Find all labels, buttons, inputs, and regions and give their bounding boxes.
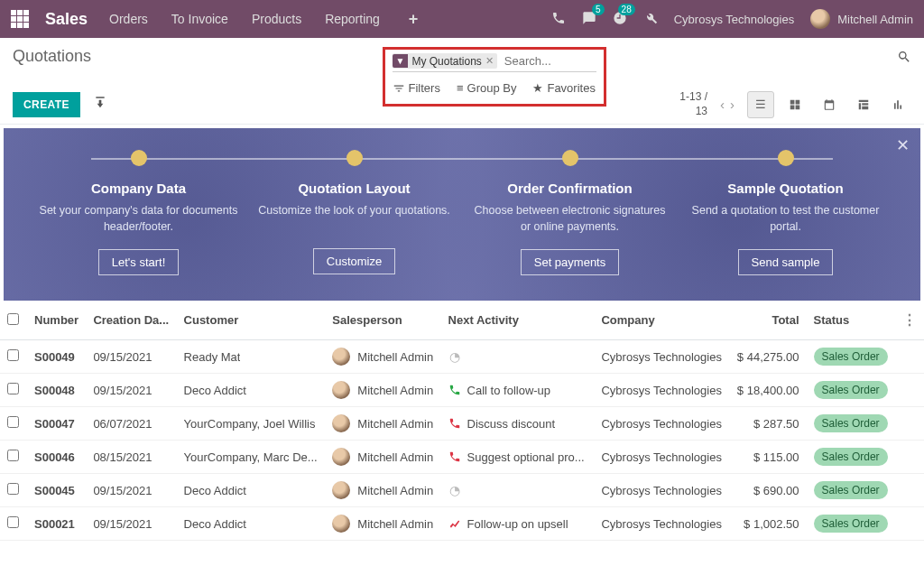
menu-new-icon[interactable]: + (409, 10, 419, 29)
row-checkbox[interactable] (7, 450, 19, 461)
column-options-icon[interactable]: ⋮ (902, 312, 917, 328)
messages-icon[interactable]: 5 (582, 11, 596, 28)
row-checkbox[interactable] (7, 349, 19, 361)
download-icon[interactable] (93, 96, 107, 113)
main-menu: Orders To Invoice Products Reporting + (109, 10, 418, 29)
phone-icon[interactable] (551, 11, 566, 28)
avatar-icon (332, 515, 350, 533)
facet-remove-icon[interactable]: ✕ (485, 55, 494, 67)
cell-salesperson: Mitchell Admin (325, 340, 440, 374)
cell-status: Sales Order (807, 474, 895, 507)
apps-icon[interactable] (11, 10, 32, 28)
col-total[interactable]: Total (730, 301, 807, 340)
pager-prev-icon[interactable]: ‹ (720, 97, 725, 112)
avatar-icon (332, 348, 350, 366)
step-action-button[interactable]: Set payments (521, 249, 620, 275)
cell-date: 09/15/2021 (86, 474, 176, 507)
top-nav: Sales Orders To Invoice Products Reporti… (0, 0, 924, 38)
pager[interactable]: 1-13 / 13 (679, 90, 707, 118)
phone-icon[interactable] (448, 384, 461, 396)
onboarding-banner: ✕ Company Data Set your company's data f… (4, 128, 920, 301)
col-company[interactable]: Company (594, 301, 729, 340)
tools-icon[interactable] (643, 11, 658, 28)
row-checkbox[interactable] (7, 383, 19, 394)
row-checkbox[interactable] (7, 516, 19, 528)
close-icon[interactable]: ✕ (896, 135, 910, 155)
avatar-icon (810, 9, 830, 29)
avatar-icon (332, 481, 350, 499)
search-icon[interactable] (897, 47, 911, 68)
menu-orders[interactable]: Orders (109, 12, 148, 26)
menu-products[interactable]: Products (252, 12, 301, 26)
col-customer[interactable]: Customer (177, 301, 326, 340)
status-badge: Sales Order (814, 481, 888, 499)
select-all-checkbox[interactable] (7, 313, 19, 325)
pager-next-icon[interactable]: › (730, 97, 735, 112)
cell-customer: Deco Addict (177, 507, 326, 541)
avatar-icon (332, 414, 350, 432)
table-row[interactable]: S00049 09/15/2021 Ready Mat Mitchell Adm… (0, 340, 924, 374)
menu-to-invoice[interactable]: To Invoice (171, 12, 228, 26)
col-status[interactable]: Status (807, 301, 895, 340)
status-badge: Sales Order (814, 515, 888, 533)
groupby-button[interactable]: ≡ Group By (457, 81, 517, 95)
search-facet[interactable]: ▼ My Quotations ✕ (393, 53, 497, 69)
favorites-button[interactable]: ★ Favorites (532, 81, 595, 95)
status-badge: Sales Order (814, 381, 888, 399)
activities-icon[interactable]: 28 (613, 11, 627, 28)
menu-reporting[interactable]: Reporting (325, 12, 380, 26)
view-list-icon[interactable]: ☰ (747, 91, 774, 118)
table-row[interactable]: S00046 08/15/2021 YourCompany, Marc De..… (0, 441, 924, 474)
col-salesperson[interactable]: Salesperson (325, 301, 440, 340)
step-desc: Set your company's data for documents he… (38, 203, 239, 235)
table-row[interactable]: S00047 06/07/2021 YourCompany, Joel Will… (0, 407, 924, 441)
step-action-button[interactable]: Customize (313, 248, 395, 274)
company-switcher[interactable]: Cybrosys Technologies (674, 13, 794, 26)
view-pivot-icon[interactable] (850, 91, 877, 118)
row-checkbox[interactable] (7, 416, 19, 428)
messages-badge: 5 (592, 4, 605, 15)
activities-badge: 28 (618, 4, 635, 15)
clock-icon[interactable]: ◔ (448, 349, 461, 364)
table-row[interactable]: S00048 09/15/2021 Deco Addict Mitchell A… (0, 374, 924, 407)
user-menu[interactable]: Mitchell Admin (810, 9, 913, 29)
brand[interactable]: Sales (45, 10, 88, 29)
search-input[interactable] (504, 54, 596, 68)
cell-customer: YourCompany, Marc De... (177, 441, 326, 474)
clock-icon[interactable]: ◔ (448, 483, 461, 497)
cell-date: 09/15/2021 (86, 507, 176, 541)
step-dot-icon (562, 150, 578, 166)
row-checkbox[interactable] (7, 483, 19, 495)
cell-customer: Gemini Furniture (177, 541, 326, 542)
search-bar[interactable]: ▼ My Quotations ✕ (393, 53, 596, 72)
step-action-button[interactable]: Let's start! (98, 249, 180, 275)
view-kanban-icon[interactable] (781, 91, 808, 118)
onboarding-step: Order Confirmation Choose between electr… (462, 150, 678, 275)
col-date[interactable]: Creation Da... (86, 301, 176, 340)
status-badge: Sales Order (814, 348, 888, 366)
status-badge: Sales Order (814, 414, 888, 432)
col-activity[interactable]: Next Activity (441, 301, 595, 340)
view-calendar-icon[interactable] (816, 91, 843, 118)
step-action-button[interactable]: Send sample (738, 249, 834, 275)
view-graph-icon[interactable] (884, 91, 911, 118)
cell-date: 09/15/2021 (86, 340, 176, 374)
table-row[interactable]: S00045 09/15/2021 Deco Addict Mitchell A… (0, 474, 924, 507)
cell-total: $ 44,275.00 (730, 340, 807, 374)
cell-status: Sales Order (807, 340, 895, 374)
cell-company: Cybrosys Technologies (594, 340, 729, 374)
table-row[interactable]: S00007 09/15/2021 Gemini Furniture Mitch… (0, 541, 924, 542)
cell-number: S00047 (27, 407, 86, 441)
phone-icon[interactable] (448, 417, 461, 430)
table-row[interactable]: S00021 09/15/2021 Deco Addict Mitchell A… (0, 507, 924, 541)
activity-text: Suggest optional pro... (467, 450, 585, 464)
phone-icon[interactable] (448, 450, 461, 463)
chart-icon[interactable] (448, 517, 461, 530)
activity-text: Discuss discount (467, 417, 556, 431)
col-number[interactable]: Number (27, 301, 86, 340)
filters-button[interactable]: Filters (393, 81, 440, 95)
cell-activity: Discuss discount (441, 407, 595, 441)
create-button[interactable]: CREATE (13, 92, 80, 117)
cell-number: S00045 (27, 474, 86, 507)
onboarding-step: Quotation Layout Customize the look of y… (246, 150, 462, 275)
